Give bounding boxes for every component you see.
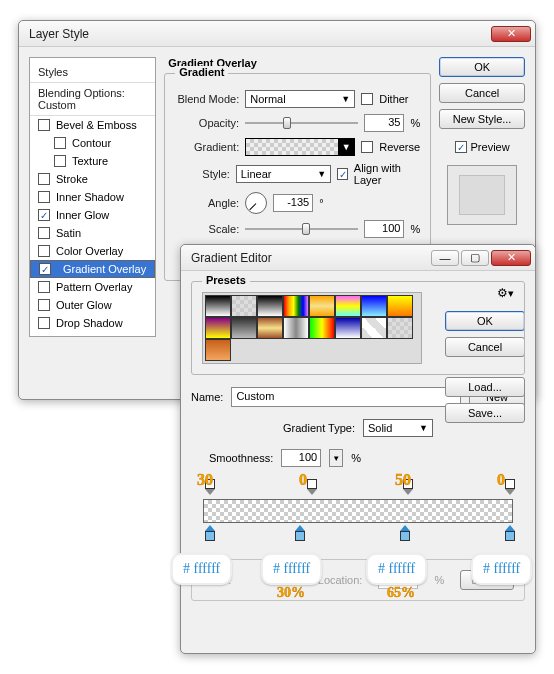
preset-swatch[interactable] xyxy=(361,295,387,317)
checkbox[interactable] xyxy=(39,263,51,275)
angle-input[interactable]: -135 xyxy=(273,194,313,212)
checkbox[interactable] xyxy=(38,191,50,203)
gear-icon[interactable]: ⚙▾ xyxy=(497,286,514,300)
new-style-button[interactable]: New Style... xyxy=(439,109,525,129)
style-item-texture[interactable]: Texture xyxy=(30,152,155,170)
ge-load-button[interactable]: Load... xyxy=(445,377,525,397)
checkbox[interactable] xyxy=(38,317,50,329)
preset-swatch[interactable] xyxy=(387,295,413,317)
style-item-label: Bevel & Emboss xyxy=(56,119,137,131)
style-select[interactable]: Linear▼ xyxy=(236,165,331,183)
ok-button[interactable]: OK xyxy=(439,57,525,77)
style-item-pattern-overlay[interactable]: Pattern Overlay xyxy=(30,278,155,296)
gradient-type-select[interactable]: Solid▼ xyxy=(363,419,433,437)
preset-swatch[interactable] xyxy=(335,317,361,339)
gradient-ramp[interactable]: 300500# ffffff# ffffff# ffffff# ffffff30… xyxy=(197,477,519,549)
style-item-bevel-emboss[interactable]: Bevel & Emboss xyxy=(30,116,155,134)
ge-save-button[interactable]: Save... xyxy=(445,403,525,423)
preset-swatch[interactable] xyxy=(257,295,283,317)
preset-swatch[interactable] xyxy=(309,317,335,339)
preview-checkbox[interactable] xyxy=(455,141,467,153)
chevron-down-icon[interactable]: ▼ xyxy=(329,449,343,467)
checkbox[interactable] xyxy=(54,137,66,149)
close-icon[interactable]: ✕ xyxy=(491,250,531,266)
checkbox[interactable] xyxy=(54,155,66,167)
checkbox[interactable] xyxy=(38,299,50,311)
minimize-icon[interactable]: — xyxy=(431,250,459,266)
style-item-drop-shadow[interactable]: Drop Shadow xyxy=(30,314,155,332)
scale-slider[interactable] xyxy=(245,222,358,236)
preset-swatch[interactable] xyxy=(283,295,309,317)
preset-swatch[interactable] xyxy=(205,317,231,339)
preset-swatch[interactable] xyxy=(335,295,361,317)
gradient-type-label: Gradient Type: xyxy=(283,422,355,434)
checkbox[interactable] xyxy=(38,119,50,131)
style-item-inner-glow[interactable]: Inner Glow xyxy=(30,206,155,224)
style-item-stroke[interactable]: Stroke xyxy=(30,170,155,188)
styles-header[interactable]: Styles xyxy=(30,62,155,82)
dither-label: Dither xyxy=(379,93,408,105)
maximize-icon[interactable]: ▢ xyxy=(461,250,489,266)
style-item-label: Contour xyxy=(72,137,111,149)
opacity-stop[interactable] xyxy=(401,479,415,497)
style-item-color-overlay[interactable]: Color Overlay xyxy=(30,242,155,260)
preset-swatch[interactable] xyxy=(387,317,413,339)
style-item-satin[interactable]: Satin xyxy=(30,224,155,242)
opacity-stop[interactable] xyxy=(305,479,319,497)
gradient-picker[interactable]: ▼ xyxy=(245,138,355,156)
style-item-inner-shadow[interactable]: Inner Shadow xyxy=(30,188,155,206)
preview-thumbnail xyxy=(447,165,517,225)
close-icon[interactable]: ✕ xyxy=(491,26,531,42)
style-item-label: Gradient Overlay xyxy=(63,263,146,275)
preset-swatch[interactable] xyxy=(231,317,257,339)
checkbox[interactable] xyxy=(38,281,50,293)
angle-dial[interactable] xyxy=(245,192,267,214)
color-stop[interactable] xyxy=(503,525,517,543)
preset-swatch[interactable] xyxy=(231,295,257,317)
style-item-contour[interactable]: Contour xyxy=(30,134,155,152)
smoothness-input[interactable]: 100 xyxy=(281,449,321,467)
gradient-name-input[interactable]: Custom xyxy=(231,387,461,407)
preset-swatch[interactable] xyxy=(361,317,387,339)
preset-swatches xyxy=(202,292,422,364)
preset-swatch[interactable] xyxy=(309,295,335,317)
align-checkbox[interactable] xyxy=(337,168,348,180)
reverse-checkbox[interactable] xyxy=(361,141,373,153)
chevron-down-icon: ▼ xyxy=(317,169,326,179)
checkbox[interactable] xyxy=(38,245,50,257)
color-stop[interactable] xyxy=(398,525,412,543)
blend-mode-select[interactable]: Normal▼ xyxy=(245,90,355,108)
opacity-stop[interactable] xyxy=(503,479,517,497)
style-item-label: Pattern Overlay xyxy=(56,281,132,293)
opacity-slider[interactable] xyxy=(245,116,358,130)
location-input[interactable] xyxy=(378,571,418,589)
preset-swatch[interactable] xyxy=(205,295,231,317)
blending-options-header[interactable]: Blending Options: Custom xyxy=(30,82,155,116)
style-item-label: Texture xyxy=(72,155,108,167)
preset-swatch[interactable] xyxy=(283,317,309,339)
gradient-editor-titlebar[interactable]: Gradient Editor — ▢ ✕ xyxy=(181,245,535,271)
style-item-gradient-overlay[interactable]: Gradient Overlay xyxy=(30,260,155,278)
preset-swatch[interactable] xyxy=(205,339,231,361)
smoothness-label: Smoothness: xyxy=(209,452,273,464)
delete-stop-button[interactable]: Delete xyxy=(460,570,514,590)
style-label: Style: xyxy=(175,168,230,180)
cancel-button[interactable]: Cancel xyxy=(439,83,525,103)
color-stop[interactable] xyxy=(293,525,307,543)
color-stop[interactable] xyxy=(203,525,217,543)
styles-sidebar: Styles Blending Options: Custom Bevel & … xyxy=(29,57,156,337)
scale-input[interactable]: 100 xyxy=(364,220,404,238)
style-item-outer-glow[interactable]: Outer Glow xyxy=(30,296,155,314)
layer-style-titlebar[interactable]: Layer Style ✕ xyxy=(19,21,535,47)
dither-checkbox[interactable] xyxy=(361,93,373,105)
style-item-label: Drop Shadow xyxy=(56,317,123,329)
blend-mode-label: Blend Mode: xyxy=(175,93,239,105)
checkbox[interactable] xyxy=(38,173,50,185)
checkbox[interactable] xyxy=(38,209,50,221)
opacity-input[interactable]: 35 xyxy=(364,114,404,132)
preset-swatch[interactable] xyxy=(257,317,283,339)
gradient-subtitle: Gradient xyxy=(175,66,228,78)
style-item-label: Color Overlay xyxy=(56,245,123,257)
opacity-stop[interactable] xyxy=(203,479,217,497)
checkbox[interactable] xyxy=(38,227,50,239)
